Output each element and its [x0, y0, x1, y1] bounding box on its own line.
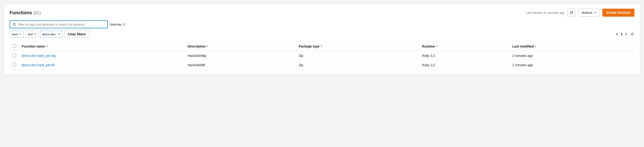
row-package-type-cell: Zip — [296, 60, 419, 70]
filter-hard-remove-button[interactable]: ✕ — [19, 33, 22, 36]
actions-button[interactable]: Actions — [578, 9, 600, 17]
matches-text: Matches: 2 — [110, 23, 125, 26]
row-last-modified-cell: 2 minutes ago — [510, 51, 634, 60]
row-package-type-cell: Zip — [296, 51, 419, 60]
row-description-cell: HardJob#dig — [185, 51, 296, 60]
chevron-right-icon — [626, 33, 627, 35]
filter-tag-hard-text: hard — [12, 33, 18, 36]
next-page-button[interactable] — [624, 32, 628, 36]
row-checkbox-1[interactable] — [12, 63, 16, 66]
and-dropdown[interactable]: and — [26, 31, 38, 38]
runtime-sort-icon[interactable]: ▽ — [436, 45, 438, 48]
col-function-name-label: Function name — [22, 45, 45, 48]
col-last-modified: Last modified ▽ — [510, 42, 634, 51]
table-row: demo-dev-hard_job-dig HardJob#dig Zip Ru… — [10, 51, 634, 60]
svg-line-1 — [15, 25, 16, 26]
prev-page-button[interactable] — [615, 32, 619, 36]
row-description-cell: HardJob#lift — [185, 60, 296, 70]
col-package-type-label: Package type — [298, 45, 320, 48]
function-name-link-0[interactable]: demo-dev-hard_job-dig — [22, 54, 56, 58]
create-function-button[interactable]: Create function — [602, 9, 634, 17]
table-row: demo-dev-hard_job-lift HardJob#lift Zip … — [10, 60, 634, 70]
row-runtime-cell: Ruby 3.2 — [419, 60, 510, 70]
create-function-label: Create function — [606, 11, 630, 15]
row-checkbox-0[interactable] — [12, 53, 16, 57]
search-input[interactable] — [18, 23, 105, 26]
last-modified-sort-icon[interactable]: ▽ — [534, 45, 536, 48]
clear-filters-label: Clear filters — [68, 32, 86, 36]
table-settings-button[interactable] — [630, 32, 634, 36]
page-title: Functions — [10, 10, 32, 16]
row-runtime-cell: Ruby 3.2 — [419, 51, 510, 60]
col-runtime-label: Runtime — [422, 45, 435, 48]
refresh-button[interactable] — [567, 9, 575, 17]
gear-icon — [630, 32, 634, 36]
count-badge: (61) — [34, 11, 41, 16]
function-name-sort-icon[interactable]: ▽ — [46, 45, 48, 48]
row-last-modified-cell: 2 minutes ago — [510, 60, 634, 70]
svg-point-2 — [632, 34, 633, 35]
and-chevron-icon — [34, 34, 36, 35]
filter-tag-hard: hard ✕ — [10, 31, 24, 38]
pagination-area: 1 — [615, 32, 634, 36]
header-row: Functions (61) Last fetched 20 seconds a… — [10, 9, 634, 17]
filters-row: hard ✕ and demo-dev- ✕ Clear filters 1 — [10, 31, 634, 38]
package-type-sort-icon[interactable]: ▽ — [320, 45, 322, 48]
table-body: demo-dev-hard_job-dig HardJob#dig Zip Ru… — [10, 51, 634, 70]
filters-left: hard ✕ and demo-dev- ✕ Clear filters — [10, 31, 89, 38]
search-box — [10, 20, 108, 28]
last-fetched-text: Last fetched 20 seconds ago — [526, 11, 564, 15]
and-label: and — [28, 33, 33, 36]
row-function-name-cell: demo-dev-hard_job-lift — [19, 60, 185, 70]
search-icon — [12, 23, 16, 26]
search-filter-row: Matches: 2 — [10, 20, 634, 28]
col-description-label: Description — [188, 45, 206, 48]
function-name-link-1[interactable]: demo-dev-hard_job-lift — [22, 63, 54, 67]
functions-panel: Functions (61) Last fetched 20 seconds a… — [4, 4, 640, 75]
table-header-row: Function name ▽ Description ▽ Package ty… — [10, 42, 634, 51]
functions-table: Function name ▽ Description ▽ Package ty… — [10, 42, 634, 70]
col-function-name: Function name ▽ — [19, 42, 185, 51]
col-runtime: Runtime ▽ — [419, 42, 510, 51]
select-all-checkbox[interactable] — [12, 44, 16, 48]
current-page-number: 1 — [620, 32, 622, 36]
header-actions: Last fetched 20 seconds ago Actions Crea… — [526, 9, 634, 17]
chevron-left-icon — [616, 33, 618, 35]
select-all-col — [10, 42, 19, 51]
filter-tag-demo-text: demo-dev- — [42, 33, 56, 36]
actions-label: Actions — [582, 11, 592, 15]
row-checkbox-cell — [10, 60, 19, 70]
col-last-modified-label: Last modified — [512, 45, 534, 48]
clear-filters-button[interactable]: Clear filters — [64, 31, 89, 38]
row-function-name-cell: demo-dev-hard_job-dig — [19, 51, 185, 60]
title-area: Functions (61) — [10, 10, 41, 16]
row-checkbox-cell — [10, 51, 19, 60]
filter-demo-remove-button[interactable]: ✕ — [58, 33, 60, 36]
table-header: Function name ▽ Description ▽ Package ty… — [10, 42, 634, 51]
chevron-down-icon — [594, 12, 596, 13]
col-description: Description ▽ — [185, 42, 296, 51]
col-package-type: Package type ▽ — [296, 42, 419, 51]
description-sort-icon[interactable]: ▽ — [206, 45, 208, 48]
refresh-icon — [570, 11, 573, 15]
filter-tag-demo: demo-dev- ✕ — [40, 31, 62, 38]
